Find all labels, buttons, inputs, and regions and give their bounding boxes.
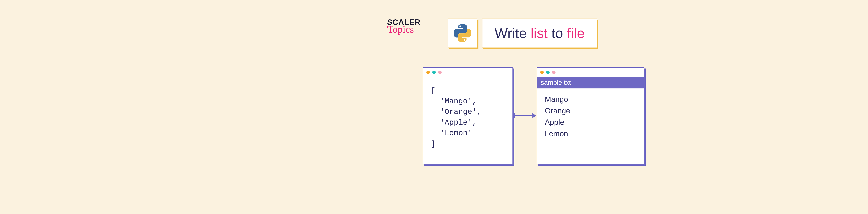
python-icon-box xyxy=(448,19,477,48)
code-content: [ 'Mango', 'Orange', 'Apple', 'Lemon' ] xyxy=(423,77,513,157)
file-line: Lemon xyxy=(545,128,636,139)
window-titlebar xyxy=(423,68,513,77)
file-line: Apple xyxy=(545,116,636,128)
traffic-light-dot-icon xyxy=(546,71,550,74)
file-line: Mango xyxy=(545,94,636,105)
title-row: Write list to file xyxy=(448,19,597,48)
arrow-icon xyxy=(513,111,536,120)
title-word-list: list xyxy=(530,26,548,41)
title-word-write: Write xyxy=(495,26,527,41)
scaler-topics-logo: SCALER Topics xyxy=(387,19,421,34)
python-logo-icon xyxy=(453,24,472,43)
source-list-window: [ 'Mango', 'Orange', 'Apple', 'Lemon' ] xyxy=(423,67,513,164)
diagram-canvas: SCALER Topics Write list to file xyxy=(382,12,660,202)
traffic-light-dot-icon xyxy=(540,71,544,74)
traffic-light-dot-icon xyxy=(432,71,436,74)
traffic-light-dot-icon xyxy=(552,71,556,74)
title-word-file: file xyxy=(567,26,585,41)
file-content: Mango Orange Apple Lemon xyxy=(537,88,644,145)
title-word-to: to xyxy=(551,26,563,41)
file-line: Orange xyxy=(545,105,636,116)
traffic-light-dot-icon xyxy=(426,71,430,74)
traffic-light-dot-icon xyxy=(438,71,442,74)
window-titlebar xyxy=(537,68,644,77)
output-file-window: sample.txt Mango Orange Apple Lemon xyxy=(536,67,644,164)
title-box: Write list to file xyxy=(482,19,597,48)
filename-tab: sample.txt xyxy=(536,77,644,88)
windows-row: [ 'Mango', 'Orange', 'Apple', 'Lemon' ] … xyxy=(423,67,644,164)
title-text: Write list to file xyxy=(495,25,585,41)
